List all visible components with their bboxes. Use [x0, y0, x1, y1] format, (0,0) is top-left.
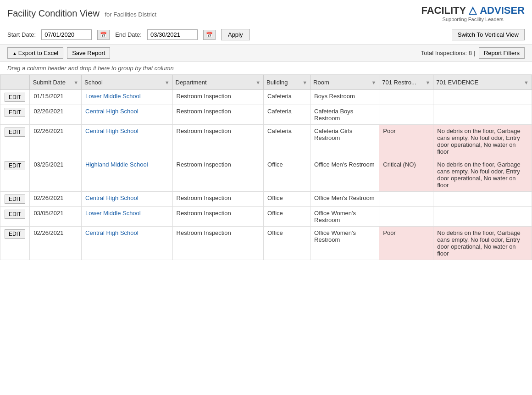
edit-button[interactable]: EDIT	[5, 161, 25, 170]
701evidence-cell	[433, 90, 532, 105]
edit-button[interactable]: EDIT	[5, 128, 25, 137]
edit-button[interactable]: EDIT	[5, 195, 25, 204]
building-cell: Office	[264, 207, 310, 227]
edit-cell: EDIT	[0, 125, 30, 158]
edit-button[interactable]: EDIT	[5, 93, 25, 102]
end-date-label: End Date:	[115, 31, 142, 38]
submit-date-cell: 02/26/2021	[30, 192, 82, 207]
701restro-cell: Poor	[379, 227, 433, 260]
department-cell: Restroom Inspection	[172, 125, 264, 158]
701evidence-cell: No debris on the floor, Garbage cans emp…	[433, 125, 532, 158]
701restro-filter-icon[interactable]: ▼	[425, 80, 430, 85]
col-school: School ▼	[82, 75, 173, 90]
page-header: Facility Condition View for Facilities D…	[0, 0, 532, 25]
submit-date-cell: 01/15/2021	[30, 90, 82, 105]
701evidence-cell: No debris on the floor, Garbage cans emp…	[433, 158, 532, 192]
department-cell: Restroom Inspection	[172, 227, 264, 260]
school-link[interactable]: Central High School	[85, 128, 139, 134]
701evidence-cell	[433, 207, 532, 227]
switch-view-button[interactable]: Switch To Vertical View	[452, 29, 525, 40]
school-filter-icon[interactable]: ▼	[165, 80, 170, 85]
701evidence-cell: No debris on the floor, Garbage cans emp…	[433, 227, 532, 260]
col-room: Room ▼	[310, 75, 379, 90]
school-cell: Lower Middle School	[82, 207, 173, 227]
col-department: Department ▼	[172, 75, 264, 90]
school-cell: Central High School	[82, 105, 173, 125]
701restro-cell: Critical (NO)	[379, 158, 433, 192]
room-cell: Boys Restroom	[310, 90, 379, 105]
room-cell: Office Women's Restroom	[310, 207, 379, 227]
room-cell: Cafeteria Girls Restroom	[310, 125, 379, 158]
building-cell: Office	[264, 227, 310, 260]
school-link[interactable]: Central High School	[85, 229, 139, 236]
building-cell: Cafeteria	[264, 105, 310, 125]
room-cell: Office Women's Restroom	[310, 227, 379, 260]
drag-hint: Drag a column header and drop it here to…	[0, 62, 532, 75]
submit-date-cell: 02/26/2021	[30, 105, 82, 125]
edit-button[interactable]: EDIT	[5, 210, 25, 219]
col-building: Building ▼	[264, 75, 310, 90]
logo-adviser: ADVISER	[480, 5, 525, 17]
edit-button[interactable]: EDIT	[5, 108, 25, 117]
department-cell: Restroom Inspection	[172, 158, 264, 192]
col-701restro: 701 Restro... ▼	[379, 75, 433, 90]
edit-cell: EDIT	[0, 207, 30, 227]
toolbar: Start Date: 📅 End Date: 📅 Apply Switch T…	[0, 25, 532, 45]
submit-date-filter-icon[interactable]: ▼	[73, 80, 78, 85]
701restro-cell	[379, 105, 433, 125]
edit-cell: EDIT	[0, 192, 30, 207]
apply-button[interactable]: Apply	[221, 29, 250, 40]
table-row: EDIT02/26/2021Central High SchoolRestroo…	[0, 125, 532, 158]
edit-cell: EDIT	[0, 227, 30, 260]
701evidence-cell	[433, 192, 532, 207]
data-table-container: Submit Date ▼ School ▼ Department ▼	[0, 75, 532, 373]
col-edit	[0, 75, 30, 90]
701evidence-cell	[433, 105, 532, 125]
building-cell: Office	[264, 158, 310, 192]
701restro-cell: Poor	[379, 125, 433, 158]
page-title: Facility Condition View for Facilities D…	[7, 8, 156, 19]
department-cell: Restroom Inspection	[172, 105, 264, 125]
room-filter-icon[interactable]: ▼	[371, 80, 376, 85]
701restro-cell	[379, 192, 433, 207]
building-cell: Cafeteria	[264, 125, 310, 158]
edit-cell: EDIT	[0, 158, 30, 192]
building-filter-icon[interactable]: ▼	[302, 80, 307, 85]
export-excel-button[interactable]: Export to Excel	[7, 47, 63, 59]
end-date-input[interactable]	[147, 29, 198, 40]
school-link[interactable]: Lower Middle School	[85, 93, 141, 100]
save-report-button[interactable]: Save Report	[67, 47, 110, 59]
logo-facility: FACILITY	[421, 5, 466, 17]
edit-button[interactable]: EDIT	[5, 229, 25, 239]
title-subtitle: for Facilities District	[105, 11, 156, 18]
table-row: EDIT02/26/2021Central High SchoolRestroo…	[0, 105, 532, 125]
table-row: EDIT01/15/2021Lower Middle SchoolRestroo…	[0, 90, 532, 105]
room-cell: Office Men's Restroom	[310, 192, 379, 207]
end-date-calendar-button[interactable]: 📅	[203, 30, 216, 40]
submit-date-cell: 02/26/2021	[30, 227, 82, 260]
school-cell: Lower Middle School	[82, 90, 173, 105]
submit-date-cell: 02/26/2021	[30, 125, 82, 158]
report-filters-button[interactable]: Report Filters	[479, 47, 525, 59]
room-cell: Cafeteria Boys Restroom	[310, 105, 379, 125]
building-cell: Office	[264, 192, 310, 207]
room-cell: Office Men's Restroom	[310, 158, 379, 192]
total-inspections: Total Inspections: 8 |	[421, 50, 475, 56]
action-bar: Export to Excel Save Report Total Inspec…	[0, 45, 532, 62]
start-date-calendar-button[interactable]: 📅	[97, 30, 110, 40]
title-main: Facility Condition View for Facilities D…	[7, 8, 156, 18]
school-link[interactable]: Highland Middle School	[85, 161, 148, 168]
col-701evidence: 701 EVIDENCE ▼	[433, 75, 532, 90]
dept-filter-icon[interactable]: ▼	[255, 80, 260, 85]
701restro-cell	[379, 207, 433, 227]
start-date-input[interactable]	[41, 29, 92, 40]
school-link[interactable]: Lower Middle School	[85, 210, 141, 217]
inspections-table: Submit Date ▼ School ▼ Department ▼	[0, 75, 532, 260]
school-link[interactable]: Central High School	[85, 108, 139, 115]
701restro-cell	[379, 90, 433, 105]
table-header-row: Submit Date ▼ School ▼ Department ▼	[0, 75, 532, 90]
table-row: EDIT03/25/2021Highland Middle SchoolRest…	[0, 158, 532, 192]
school-link[interactable]: Central High School	[85, 195, 139, 201]
edit-cell: EDIT	[0, 105, 30, 125]
701evidence-filter-icon[interactable]: ▼	[524, 80, 529, 85]
